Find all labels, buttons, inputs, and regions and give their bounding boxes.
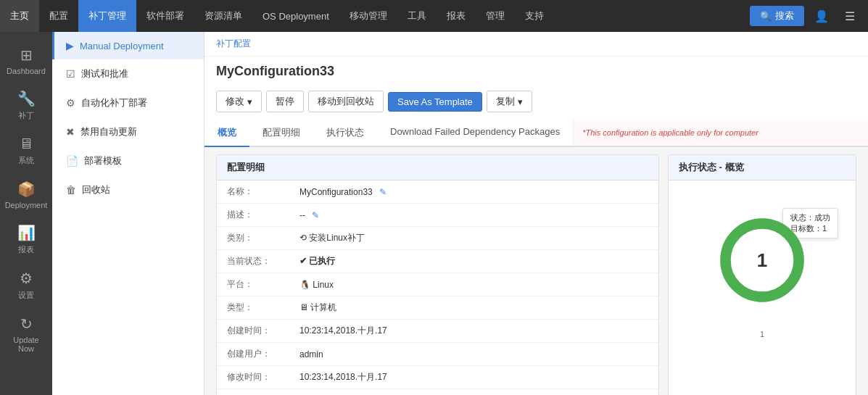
nav-os-deploy[interactable]: OS Deployment [252,0,339,32]
field-label-create-user: 创建用户： [217,343,289,366]
sidebar-item-test-approve[interactable]: ☑ 测试和批准 [52,59,204,88]
desc-edit-icon[interactable]: ✎ [312,210,319,220]
sidebar-item-auto-patch[interactable]: ⚙ 自动化补丁部署 [52,88,204,117]
name-edit-icon[interactable]: ✎ [379,187,387,197]
config-section-title: 配置明细 [217,155,658,180]
field-label-modifier: 修改者： [217,389,289,396]
nav-mobile[interactable]: 移动管理 [339,0,397,32]
sidebar-icon-dashboard[interactable]: ⊞ Dashboard [0,39,52,83]
sidebar-icon-deployment[interactable]: 📦 Deployment [0,173,52,217]
move-label: 移动到回收站 [318,95,374,108]
page-title: MyConfiguration33 [216,64,856,79]
nav-patch[interactable]: 补丁管理 [78,0,136,32]
donut-bottom-label: 1 [760,330,764,338]
sidebar-auto-patch-label: 自动化补丁部署 [81,96,147,109]
name-value: MyConfiguration33 [299,187,373,197]
main-layout: ⊞ Dashboard 🔧 补丁 🖥 系统 📦 Deployment 📊 报表 … [0,32,868,395]
pause-button[interactable]: 暂停 [266,91,304,112]
table-row: 创建时间： 10:23:14,2018.十月.17 [217,320,658,343]
field-value-name: MyConfiguration33 ✎ [289,180,658,204]
edit-label: 修改 [226,95,244,108]
sidebar-disable-update-label: 禁用自动更新 [80,125,137,138]
field-value-type: 🖥 计算机 [289,296,658,320]
settings-icon: ⚙ [20,270,33,287]
sidebar-settings-label: 设置 [18,290,34,301]
nav-software[interactable]: 软件部署 [136,0,194,32]
edit-button[interactable]: 修改 ▾ [216,91,262,112]
edit-dropdown-icon: ▾ [247,96,252,107]
save-template-label: Save As Template [397,96,473,107]
tab-note: *This configuration is applicable only f… [573,120,868,146]
tab-download-failed[interactable]: Download Failed Dependency Packages [377,120,573,147]
patch-icon: 🔧 [17,90,36,107]
field-value-desc: -- ✎ [289,204,658,227]
field-label-create-time: 创建时间： [217,320,289,343]
sidebar-item-deploy-template[interactable]: 📄 部署模板 [52,146,204,175]
tab-overview[interactable]: 概览 [204,120,249,147]
field-value-modifier: admin [289,389,658,396]
sidebar-deployment-label: Deployment [5,201,48,209]
content-area: 补丁配置 MyConfiguration33 修改 ▾ 暂停 移动到回收站 Sa… [204,32,868,395]
recycle-icon: 🗑 [66,184,76,196]
search-button[interactable]: 🔍 搜索 [750,6,804,26]
field-value-modify-time: 10:23:14,2018.十月.17 [289,366,658,389]
tabs-bar: 概览 配置明细 执行状态 Download Failed Dependency … [204,120,868,147]
copy-dropdown-icon: ▾ [518,96,523,107]
sidebar-item-disable-update[interactable]: ✖ 禁用自动更新 [52,117,204,146]
field-value-create-user: admin [289,343,658,366]
field-label-platform: 平台： [217,273,289,296]
top-nav-search-area: 🔍 搜索 👤 ☰ [743,0,868,32]
sidebar-system-label: 系统 [18,155,34,166]
breadcrumb: 补丁配置 [204,32,868,57]
copy-label: 复制 [496,95,515,108]
sidebar-icon-reports[interactable]: 📊 报表 [0,217,52,262]
field-value-platform: 🐧 Linux [289,273,658,296]
nav-manage[interactable]: 管理 [476,0,515,32]
top-nav: 主页 配置 补丁管理 软件部署 资源清单 OS Deployment 移动管理 … [0,0,868,32]
reports-icon: 📊 [17,224,36,241]
sidebar-item-recycle[interactable]: 🗑 回收站 [52,175,204,204]
deploy-template-icon: 📄 [66,155,78,167]
sidebar-icon-settings[interactable]: ⚙ 设置 [0,262,52,308]
content-body: 配置明细 名称： MyConfiguration33 ✎ 描述： [204,147,868,395]
sidebar-icon-update[interactable]: ↻ Update Now [0,308,52,360]
nav-support[interactable]: 支持 [515,0,554,32]
config-detail-table: 名称： MyConfiguration33 ✎ 描述： -- ✎ [217,180,658,395]
tab-config-detail[interactable]: 配置明细 [249,120,313,147]
copy-button[interactable]: 复制 ▾ [487,91,532,112]
page-header: MyConfiguration33 修改 ▾ 暂停 移动到回收站 Save As… [204,57,868,120]
field-label-desc: 描述： [217,204,289,227]
settings-icon-button[interactable]: ☰ [839,6,861,27]
table-row: 描述： -- ✎ [217,204,658,227]
move-to-recycle-button[interactable]: 移动到回收站 [308,91,384,112]
sidebar-item-manual-deployment[interactable]: ▶ Manual Deployment [52,32,204,59]
user-icon-button[interactable]: 👤 [809,6,835,27]
nav-config[interactable]: 配置 [39,0,78,32]
sidebar-icon-patch[interactable]: 🔧 补丁 [0,83,52,128]
field-label-status: 当前状态： [217,250,289,273]
nav-resources[interactable]: 资源清单 [194,0,252,32]
sidebar-icon-system[interactable]: 🖥 系统 [0,128,52,173]
sidebar-test-approve-label: 测试和批准 [81,67,128,80]
test-approve-icon: ☑ [66,68,75,80]
sidebar-patch-label: 补丁 [18,110,34,121]
save-template-button[interactable]: Save As Template [388,92,482,112]
sidebar-deploy-template-label: 部署模板 [84,154,122,167]
exec-section-title: 执行状态 - 概览 [669,155,856,180]
update-icon: ↻ [20,315,33,333]
auto-patch-icon: ⚙ [66,97,75,109]
table-row: 平台： 🐧 Linux [217,273,658,296]
toolbar: 修改 ▾ 暂停 移动到回收站 Save As Template 复制 ▾ [216,86,856,120]
nav-home[interactable]: 主页 [0,0,39,32]
config-section: 配置明细 名称： MyConfiguration33 ✎ 描述： [216,154,659,395]
tab-exec-status[interactable]: 执行状态 [313,120,377,147]
nav-reports[interactable]: 报表 [437,0,476,32]
search-icon: 🔍 [760,11,772,22]
field-label-modify-time: 修改时间： [217,366,289,389]
breadcrumb-text: 补丁配置 [216,38,251,49]
desc-value: -- [299,210,305,220]
pause-label: 暂停 [276,95,294,108]
search-label: 搜索 [775,9,794,22]
nav-tools[interactable]: 工具 [397,0,437,32]
table-row: 修改时间： 10:23:14,2018.十月.17 [217,366,658,389]
